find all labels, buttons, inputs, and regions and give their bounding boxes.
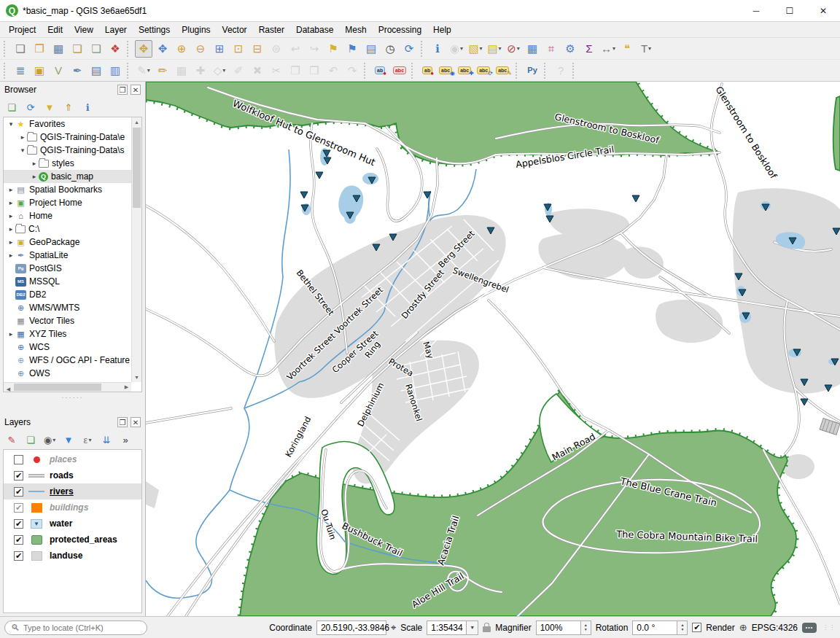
new-print-layout[interactable]: ❏ [69,40,86,58]
open-layer-styling[interactable]: ✎ [4,432,20,448]
map-canvas[interactable]: Wolfkloof Hut to Glenstroom HutGlenstroo… [146,82,840,616]
browser-item-spatial-bookmarks[interactable]: ▸▤Spatial Bookmarks [4,183,131,196]
menu-database[interactable]: Database [290,23,339,36]
browser-float-button[interactable]: ❐ [117,85,128,95]
processing-toolbox[interactable]: ⚙ [561,40,579,58]
style-manager[interactable]: ❖ [106,40,124,58]
select-features[interactable]: ▧▾ [467,40,484,58]
zoom-native[interactable]: ⊜ [268,40,285,58]
browser-close-button[interactable]: ✕ [131,85,141,95]
tree-expand-arrow[interactable]: ▸ [7,225,15,233]
cut-features[interactable]: ✂ [268,62,285,79]
manage-map-themes[interactable]: ◉▾ [42,432,58,448]
save-project[interactable]: ▦ [50,40,67,58]
add-feature[interactable]: ✚ [192,62,209,79]
layer-row-water[interactable]: ✔▼water [4,516,141,532]
show-hide-labels[interactable]: abc◉ [438,62,456,79]
layer-checkbox[interactable]: ✔ [14,487,23,497]
menu-raster[interactable]: Raster [253,23,290,36]
change-label[interactable]: abc✎ [495,62,513,79]
scroll-thumb[interactable] [14,384,101,391]
menu-view[interactable]: View [69,23,99,36]
tree-expand-arrow[interactable]: ▸ [7,238,15,246]
zoom-to-selection[interactable]: ⊡ [230,40,247,58]
text-annotation[interactable]: T▾ [637,40,655,58]
show-statistics[interactable]: Σ [580,40,598,58]
tree-expand-arrow[interactable]: ▸ [7,199,15,206]
menu-edit[interactable]: Edit [42,23,69,36]
browser-item-wcs[interactable]: ⊕WCS [4,341,131,354]
temporal-controller[interactable]: ◷ [381,40,399,58]
expand-collapse-all[interactable]: ⇊ [98,432,114,448]
menu-processing[interactable]: Processing [373,23,427,36]
browser-refresh[interactable]: ⟳ [23,99,39,115]
help-contents[interactable]: ? [552,62,569,79]
spin-arrows-icon[interactable]: ▲▼ [677,621,688,635]
scroll-left-arrow[interactable]: ◀ [4,385,13,392]
new-project[interactable]: ❏ [12,40,29,58]
magnifier-value[interactable]: 100% [536,621,581,635]
show-spatial-bookmarks[interactable]: ⚑ [343,40,361,58]
refresh-map[interactable]: ⟳ [400,40,418,58]
multiedit-attributes[interactable]: ✐ [230,62,247,79]
copy-features[interactable]: ❐ [287,62,304,79]
browser-item-styles[interactable]: ▸styles [4,157,131,170]
run-feature-action[interactable]: ◉▾ [448,40,465,58]
zoom-to-layer[interactable]: ⊟ [249,40,266,58]
tree-expand-arrow[interactable]: ▸ [18,133,27,141]
select-by-value[interactable]: ▤▾ [486,40,503,58]
render-checkbox[interactable]: ✔ [692,623,701,632]
menu-mesh[interactable]: Mesh [339,23,372,36]
browser-item-vector-tiles[interactable]: ▦Vector Tiles [4,314,131,327]
menu-help[interactable]: Help [427,23,457,36]
browser-item-mssql[interactable]: MSMSSQL [4,275,131,288]
messages-icon[interactable]: ••• [802,623,817,633]
browser-item-ows[interactable]: ⊕OWS [4,367,131,380]
new-geopackage-layer[interactable]: ▣ [31,62,48,79]
new-virtual-layer[interactable]: ▥ [106,62,124,79]
browser-item-home[interactable]: ▸⌂Home [4,209,131,222]
zoom-last[interactable]: ↩ [287,40,304,58]
open-project[interactable]: ❐ [31,40,48,58]
coordinate-toggle-icon[interactable]: ⌖ [391,622,396,634]
layer-row-places[interactable]: places [4,451,141,467]
scroll-up-arrow[interactable]: ▲ [132,117,141,127]
rotate-label[interactable]: abc⟳ [476,62,494,79]
tree-expand-arrow[interactable]: ▸ [30,173,39,180]
layer-row-roads[interactable]: ✔roads [4,467,141,483]
zoom-full[interactable]: ⊞ [211,40,228,58]
menu-project[interactable]: Project [3,23,42,36]
maximize-button[interactable]: ☐ [773,0,806,21]
zoom-next[interactable]: ↪ [306,40,323,58]
pan-to-selection[interactable]: ✥ [154,40,171,58]
map-tips[interactable]: ❝ [618,40,636,58]
browser-item-basic-map[interactable]: ▸Qbasic_map [4,170,131,183]
paste-features[interactable]: ❒ [306,62,323,79]
spin-arrows-icon[interactable]: ▲▼ [581,621,591,635]
browser-item-qgis-training-data-s[interactable]: ▾QGIS-Training-Data\s [4,144,131,157]
scale-combo[interactable]: 1:35434 ▼ [427,621,478,635]
layers-close-button[interactable]: ✕ [131,417,141,427]
layer-checkbox[interactable]: ✔ [14,519,23,529]
crs-value[interactable]: EPSG:4326 [752,623,798,633]
measure-line[interactable]: ↔▾ [599,40,617,58]
spatial-bookmark-manager[interactable]: ▤ [362,40,380,58]
close-button[interactable]: ✕ [806,0,840,21]
layers-more[interactable]: » [117,432,133,448]
browser-filter[interactable]: ▼ [42,99,58,115]
browser-hscrollbar[interactable]: ◀ ▶ [4,382,131,392]
tree-expand-arrow[interactable]: ▸ [30,160,39,167]
layer-checkbox[interactable] [14,455,23,464]
browser-properties[interactable]: ℹ [79,99,96,115]
browser-item-wms-wmts[interactable]: ⊕WMS/WMTS [4,301,131,314]
zoom-in[interactable]: ⊕ [173,40,190,58]
identify-features[interactable]: ℹ [429,40,446,58]
layer-row-landuse[interactable]: ✔landuse [4,548,141,564]
chevron-down-icon[interactable]: ▼ [467,621,478,635]
pan-map[interactable]: ✥ [135,40,152,58]
layers-float-button[interactable]: ❐ [117,417,128,427]
browser-item-postgis[interactable]: PgPostGIS [4,262,131,275]
statistical-summary[interactable]: ⌗ [542,40,560,58]
browser-vscrollbar[interactable]: ▲ ▼ [131,117,141,382]
layer-checkbox[interactable]: ✔ [14,551,23,561]
